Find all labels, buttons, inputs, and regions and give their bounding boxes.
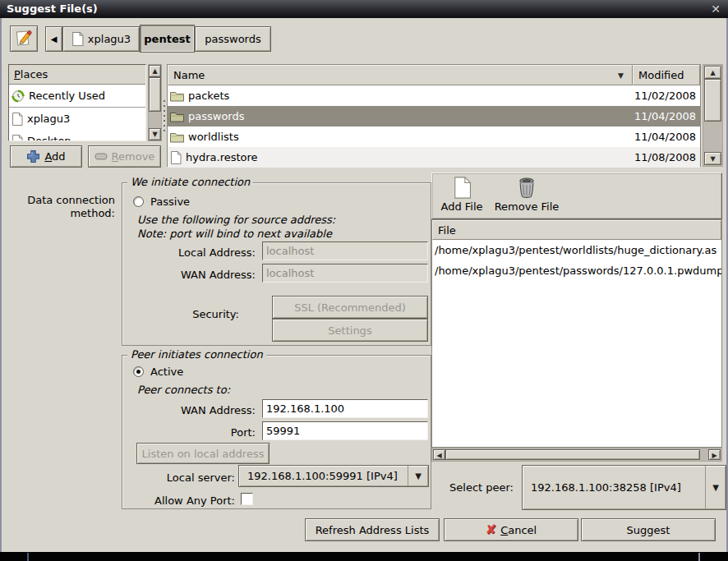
suggested-files-hscrollbar[interactable]: ◀ ▶ [431, 448, 722, 462]
window-bottom-edge [0, 552, 728, 561]
add-file-icon [453, 177, 471, 199]
file-name: hydra.restore [186, 151, 630, 163]
security-label: Security: [132, 308, 239, 321]
passive-radio[interactable]: Passive [133, 195, 190, 208]
add-file-button[interactable]: Add File [435, 177, 488, 213]
scroll-down-icon[interactable]: ▼ [704, 152, 721, 165]
folder-icon [170, 131, 184, 143]
path-button-xplagu3[interactable]: xplagu3 [62, 26, 140, 52]
close-icon: ✕ [711, 2, 721, 16]
local-address-label: Local Address: [132, 244, 256, 262]
add-file-label: Add File [440, 200, 482, 213]
frame-title: Peer initiates connection [127, 348, 266, 361]
active-radio[interactable]: Active [133, 366, 183, 378]
file-modified: 11/02/2008 [630, 90, 698, 102]
file-row-worldlists[interactable]: worldlists 11/04/2008 [168, 126, 700, 147]
suggested-file-row[interactable]: /home/xplagu3/pentest/worldlists/huge_di… [432, 240, 721, 260]
edit-pencil-icon [15, 30, 33, 48]
frame-title: We initiate connection [127, 176, 253, 188]
column-header-name[interactable]: Name ▼ [168, 65, 633, 85]
places-item-recently-used[interactable]: Recently Used [9, 85, 145, 108]
places-item-label: Desktop [27, 135, 71, 141]
add-place-button[interactable]: Add [10, 145, 82, 168]
select-peer-combobox[interactable]: 192.168.1.100:38258 [IPv4] ▼ [522, 465, 726, 510]
places-panel: Places Recently Used xplagu3 [8, 64, 146, 141]
port-input[interactable] [262, 421, 428, 440]
suggested-files-list: File /home/xplagu3/pentest/worldlists/hu… [431, 219, 722, 448]
refresh-address-lists-button[interactable]: Refresh Address Lists [305, 518, 440, 541]
cancel-x-icon: ✘ [486, 523, 496, 536]
scrollbar-thumb[interactable] [704, 79, 721, 122]
add-place-label: Add [44, 150, 65, 163]
scrollbar-thumb[interactable] [445, 449, 700, 460]
column-header-file[interactable]: File [432, 220, 721, 240]
file-row-hydra-restore[interactable]: hydra.restore 11/08/2008 [168, 147, 700, 168]
chevron-down-icon: ▼ [408, 466, 428, 486]
recently-used-icon [12, 90, 25, 103]
scroll-up-icon[interactable]: ▲ [704, 66, 721, 79]
local-server-combobox[interactable]: 192.168.1.100:59991 [IPv4] ▼ [238, 465, 429, 487]
scroll-up-icon[interactable]: ▲ [149, 65, 161, 77]
scroll-right-icon[interactable]: ▶ [708, 449, 721, 460]
path-label: xplagu3 [88, 33, 131, 45]
suggest-button-label: Suggest [627, 524, 670, 536]
trash-icon [517, 177, 537, 199]
peer-wan-address-input[interactable] [262, 399, 428, 418]
data-connection-method-label: Data connection method: [12, 194, 115, 220]
suggested-file-row[interactable]: /home/xplagu3/pentest/passwords/127.0.0.… [432, 260, 721, 281]
file-row-passwords[interactable]: passwords 11/04/2008 [168, 106, 700, 126]
close-button[interactable]: ✕ [707, 0, 724, 18]
path-button-passwords[interactable]: passwords [195, 26, 271, 52]
places-item-label: Recently Used [29, 90, 105, 102]
file-icon [12, 113, 23, 126]
remove-file-label: Remove File [495, 200, 560, 213]
folder-icon [170, 90, 184, 102]
scrollbar-thumb[interactable] [149, 77, 161, 112]
places-item-label: xplagu3 [27, 113, 70, 125]
port-label: Port: [132, 424, 256, 442]
select-peer-value: 192.168.1.100:38258 [IPv4] [523, 481, 705, 494]
cancel-button-label: Cancel [500, 524, 537, 536]
scroll-down-icon[interactable]: ▼ [149, 128, 161, 140]
radio-checked-icon [133, 366, 144, 377]
local-server-value: 192.168.1.100:59991 [IPv4] [239, 470, 408, 482]
settings-button-label: Settings [328, 324, 371, 337]
refresh-button-label: Refresh Address Lists [316, 524, 430, 536]
cancel-button[interactable]: ✘ Cancel [444, 518, 578, 541]
places-scrollbar[interactable]: ▲ ▼ [148, 64, 162, 141]
we-initiate-frame: We initiate connection Passive Use the f… [122, 182, 431, 346]
peer-initiates-frame: Peer initiates connection Active Peer co… [122, 355, 431, 509]
places-item-desktop[interactable]: Desktop [9, 130, 145, 141]
file-row-packets[interactable]: packets 11/02/2008 [168, 85, 700, 106]
suggest-button[interactable]: Suggest [581, 518, 716, 541]
path-back-button[interactable]: ◀ [45, 26, 62, 52]
remove-file-button[interactable]: Remove File [491, 177, 562, 213]
titlebar: Suggest File(s) ✕ [0, 0, 728, 18]
file-modified: 11/04/2008 [630, 131, 698, 143]
pane-splitter-handle[interactable] [163, 100, 166, 135]
ssl-button-label: SSL (Recommended) [294, 301, 406, 314]
file-icon [71, 32, 84, 46]
path-button-pentest[interactable]: pentest [140, 25, 195, 53]
select-peer-label: Select peer: [431, 481, 514, 494]
type-location-button[interactable] [10, 25, 38, 52]
active-radio-label: Active [150, 366, 183, 378]
suggested-file-path: /home/xplagu3/pentest/passwords/127.0.0.… [435, 264, 721, 277]
places-header[interactable]: Places [9, 65, 145, 85]
places-item-xplagu3[interactable]: xplagu3 [9, 108, 145, 130]
wan-address-input [262, 264, 428, 283]
allow-any-port-checkbox[interactable] [241, 493, 253, 505]
column-header-label: Name [173, 69, 205, 81]
peer-wan-address-label: WAN Address: [132, 402, 256, 420]
file-browser-scrollbar[interactable]: ▲ ▼ [703, 64, 723, 167]
file-modified: 11/08/2008 [630, 151, 698, 163]
back-arrow-icon: ◀ [51, 34, 58, 44]
scroll-left-icon[interactable]: ◀ [433, 449, 445, 460]
suggested-file-path: /home/xplagu3/pentest/worldlists/huge_di… [435, 244, 716, 256]
column-header-modified[interactable]: Modified [633, 65, 700, 85]
security-settings-button: Settings [272, 319, 428, 342]
listen-button-label: Listen on local address [142, 448, 265, 460]
suggest-files-dialog: Suggest File(s) ✕ ◀ xplagu3 pentest pass… [0, 0, 728, 561]
peer-connects-hint: Peer connects to: [137, 384, 230, 396]
file-icon [170, 151, 182, 164]
